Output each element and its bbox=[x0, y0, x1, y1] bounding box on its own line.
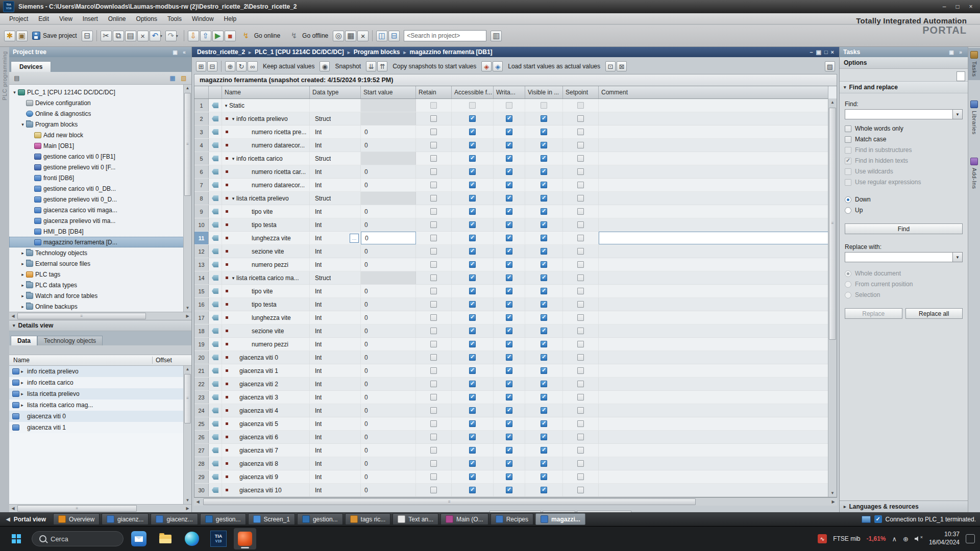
tree-expander-icon[interactable]: ▸ bbox=[19, 283, 26, 288]
network-icon[interactable]: ⊕ bbox=[903, 535, 909, 543]
table-row[interactable]: 5▾info ricetta caricoStruct bbox=[194, 152, 828, 165]
details-item-lista-ricetta-prelievo[interactable]: ▸lista ricetta prelievo bbox=[9, 388, 184, 399]
details-item-giacenza-viti-1[interactable]: giacenza viti 1 bbox=[9, 422, 184, 433]
start-value-cell[interactable]: 0 bbox=[361, 457, 416, 470]
data-type-cell[interactable]: Struct bbox=[310, 271, 361, 284]
visible-checkbox[interactable] bbox=[541, 115, 547, 122]
table-row[interactable]: 6numero ricetta car...Int0 bbox=[194, 165, 828, 179]
languages-resources-section[interactable]: ▸ Languages & resources bbox=[840, 500, 968, 512]
accessible-checkbox[interactable] bbox=[469, 460, 476, 467]
start-value-cell[interactable]: 0 bbox=[361, 404, 416, 417]
comment-cell[interactable] bbox=[599, 165, 828, 178]
start-value-cell[interactable]: 0 bbox=[361, 444, 416, 457]
retain-checkbox[interactable] bbox=[430, 487, 437, 493]
setpoint-checkbox[interactable] bbox=[577, 381, 584, 387]
setpoint-checkbox[interactable] bbox=[577, 354, 584, 361]
setpoint-checkbox[interactable] bbox=[577, 420, 584, 427]
visible-checkbox[interactable] bbox=[541, 341, 547, 347]
visible-checkbox[interactable] bbox=[541, 288, 547, 294]
accessible-checkbox[interactable] bbox=[469, 420, 476, 427]
visible-checkbox[interactable] bbox=[541, 407, 547, 414]
start-value-cell[interactable]: 0 bbox=[361, 470, 416, 483]
taskbar-button-screen-1-4[interactable]: Screen_1 bbox=[248, 513, 295, 525]
scrollbar-thumb[interactable] bbox=[184, 374, 191, 423]
data-type-cell[interactable]: Int bbox=[310, 364, 361, 377]
copy-values-red-icon[interactable]: ◈ bbox=[481, 61, 492, 71]
table-row[interactable]: 8▾lista ricetta prelievoStruct bbox=[194, 192, 828, 205]
scroll-down-icon[interactable]: ▼ bbox=[184, 305, 191, 312]
visible-checkbox[interactable] bbox=[541, 328, 547, 334]
accessible-checkbox[interactable] bbox=[469, 142, 476, 148]
close-button[interactable]: × bbox=[965, 2, 977, 11]
accessible-checkbox[interactable] bbox=[469, 115, 476, 122]
table-row[interactable]: 10tipo testaInt0 bbox=[194, 218, 828, 232]
table-row[interactable]: 18sezione viteInt0 bbox=[194, 324, 828, 338]
details-item-lista-ricetta-carico-mag[interactable]: ▸lista ricetta carico mag... bbox=[9, 399, 184, 411]
expander-icon[interactable]: ▸ bbox=[19, 369, 25, 374]
column-header-writa[interactable]: Writa... bbox=[494, 86, 525, 98]
tree-item-hmi-db-db4[interactable]: HMI_DB [DB4] bbox=[9, 226, 184, 237]
visible-checkbox[interactable] bbox=[541, 235, 547, 241]
redo-icon[interactable]: ↷ bbox=[165, 31, 177, 41]
clear-icon[interactable]: × bbox=[357, 31, 369, 41]
writable-checkbox[interactable] bbox=[506, 394, 512, 400]
setpoint-checkbox[interactable] bbox=[577, 447, 584, 454]
table-row[interactable]: 21giacenza viti 1Int0 bbox=[194, 364, 828, 378]
tree-expander-icon[interactable]: ▸ bbox=[19, 251, 26, 256]
start-value-cell[interactable] bbox=[361, 152, 416, 165]
tree-item-gestione-carico-viti-0-db[interactable]: gestione carico viti 0_DB... bbox=[9, 183, 184, 194]
start-value-cell[interactable]: 0 bbox=[361, 417, 416, 430]
setpoint-checkbox[interactable] bbox=[577, 195, 584, 202]
start-value-cell[interactable]: 0 bbox=[361, 391, 416, 404]
taskbar-button-gestion-5[interactable]: gestion... bbox=[297, 513, 343, 525]
writable-checkbox[interactable] bbox=[506, 129, 512, 135]
tree-item-plc-data-types[interactable]: ▸PLC data types bbox=[9, 280, 184, 290]
active-app-button[interactable] bbox=[234, 528, 256, 549]
menu-window[interactable]: Window bbox=[187, 13, 219, 24]
data-type-cell[interactable]: Struct bbox=[310, 192, 361, 205]
scrollbar-thumb[interactable] bbox=[829, 108, 836, 340]
scroll-left-icon[interactable]: ◀ bbox=[194, 498, 202, 506]
tree-item-program-blocks[interactable]: ▾Program blocks bbox=[9, 119, 184, 130]
start-value-cell[interactable]: 0 bbox=[361, 311, 416, 324]
accessible-checkbox[interactable] bbox=[469, 208, 476, 215]
tab-technology-objects[interactable]: Technology objects bbox=[37, 336, 103, 345]
snapshot-icon[interactable]: ◉ bbox=[320, 61, 330, 71]
tree-expander-icon[interactable]: ▸ bbox=[19, 304, 26, 309]
retain-checkbox[interactable] bbox=[430, 328, 437, 334]
setpoint-checkbox[interactable] bbox=[577, 394, 584, 400]
writable-checkbox[interactable] bbox=[506, 341, 512, 347]
table-row[interactable]: 15tipo viteInt0 bbox=[194, 285, 828, 298]
comment-cell[interactable] bbox=[599, 126, 828, 138]
accessible-checkbox[interactable] bbox=[469, 473, 476, 480]
setpoint-checkbox[interactable] bbox=[577, 261, 584, 268]
retain-checkbox[interactable] bbox=[430, 274, 437, 281]
setpoint-checkbox[interactable] bbox=[577, 208, 584, 215]
copy-icon[interactable]: ⧉ bbox=[113, 31, 124, 41]
data-type-cell[interactable]: Int bbox=[310, 179, 361, 191]
setpoint-checkbox[interactable] bbox=[577, 288, 584, 294]
options-section[interactable]: Options bbox=[840, 57, 968, 69]
start-cpu-icon[interactable]: ▶ bbox=[212, 31, 224, 41]
writable-checkbox[interactable] bbox=[506, 420, 512, 427]
data-type-cell[interactable]: Int bbox=[310, 391, 361, 404]
save-project-button[interactable]: Save project bbox=[29, 30, 81, 42]
keep-actual-values-button[interactable]: Keep actual values bbox=[259, 61, 318, 72]
start-value-cell[interactable] bbox=[361, 99, 416, 112]
data-type-cell[interactable]: Int bbox=[310, 205, 361, 218]
snapshot-up-icon[interactable]: ⇈ bbox=[377, 61, 387, 71]
accessible-checkbox[interactable] bbox=[469, 155, 476, 162]
table-row[interactable]: 26giacenza viti 6Int0 bbox=[194, 431, 828, 444]
monitor-all-icon[interactable]: ∞ bbox=[248, 61, 258, 71]
accessible-checkbox[interactable] bbox=[469, 248, 476, 255]
table-row[interactable]: 29giacenza viti 9Int0 bbox=[194, 470, 828, 484]
setpoint-checkbox[interactable] bbox=[577, 129, 584, 135]
visible-checkbox[interactable] bbox=[541, 208, 547, 215]
breadcrumb-item-magazzino-ferramenta-db1[interactable]: magazzino ferramenta [DB1] bbox=[410, 48, 493, 56]
column-header-accessible-f[interactable]: Accessible f... bbox=[452, 86, 494, 98]
setpoint-checkbox[interactable] bbox=[577, 274, 584, 281]
collapse-panel-icon[interactable]: » bbox=[957, 49, 964, 55]
data-type-cell[interactable]: Int bbox=[310, 444, 361, 457]
open-project-icon[interactable]: ▣ bbox=[16, 31, 28, 41]
snapshot-button[interactable]: Snapshot bbox=[331, 61, 365, 72]
